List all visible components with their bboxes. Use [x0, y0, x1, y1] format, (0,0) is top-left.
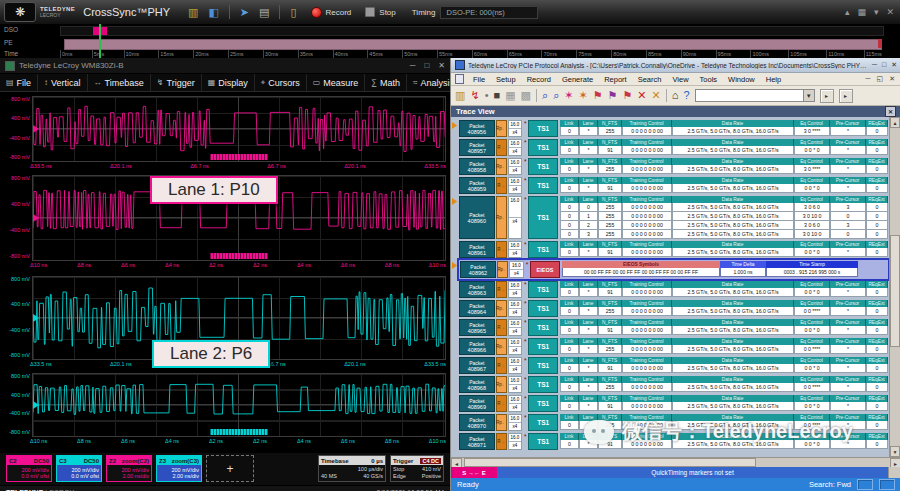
packet-id-cell[interactable]: Packet408970 [459, 414, 495, 431]
packet-id-cell[interactable]: Packet408964 [459, 300, 495, 317]
open-file-icon[interactable]: ▥ [455, 90, 465, 101]
packet-id-cell[interactable]: Packet408966 [459, 338, 495, 355]
find-icon[interactable]: ⌂ [672, 90, 679, 101]
menu-vertical[interactable]: ↕Vertical [38, 74, 88, 91]
print-icon[interactable]: ▤ [259, 7, 269, 18]
menu-trigger[interactable]: ↯Trigger [151, 74, 202, 91]
menu-record[interactable]: Record [522, 75, 556, 84]
stop-icon[interactable]: ■ [493, 90, 500, 101]
sync-cursor-line[interactable] [99, 24, 101, 58]
timebase-descriptor[interactable]: Timebase0 µs 100 µs/div 40 MS40 GS/s [318, 455, 386, 482]
bookmark-icon[interactable]: ✶ [564, 90, 573, 101]
mdi-window-controls[interactable]: ─◱✕ [866, 75, 897, 83]
zoom-in-icon[interactable]: ⌕ [542, 90, 548, 101]
menu-search[interactable]: Search [633, 75, 667, 84]
goto-icon[interactable]: ✶ [579, 90, 588, 101]
packet-type-cell[interactable]: TS1 [528, 395, 558, 412]
menu-setup[interactable]: Setup [491, 75, 521, 84]
packet-block[interactable]: Packet408959R→16.0x4*TS1LinkLaneN_FTSTra… [459, 177, 888, 194]
menu-math[interactable]: ∑Math [365, 74, 407, 91]
packet-id-cell[interactable]: Packet408965 [459, 319, 495, 336]
packet-type-cell[interactable]: TS1 [528, 241, 558, 258]
dso-track[interactable] [60, 26, 884, 36]
grid-view-icon[interactable]: ▦ [505, 90, 515, 101]
packet-block[interactable]: Packet408965R→16.0x4*TS1LinkLaneN_FTSTra… [459, 319, 888, 336]
filmstrip-icon[interactable]: ▯ [290, 7, 296, 18]
toolbar-button-1[interactable]: ▸ [820, 89, 834, 103]
open-icon[interactable]: ▥ [188, 7, 198, 18]
packet-block[interactable]: Packet408956Rp←16.0x4*TS1LinkLaneN_FTSTr… [459, 120, 888, 137]
packet-block[interactable]: Packet408969R→16.0x4*TS1LinkLaneN_FTSTra… [459, 395, 888, 412]
horizontal-scrollbar[interactable]: ◄ ► [451, 457, 900, 467]
packet-id-cell[interactable]: Packet408959 [459, 177, 495, 194]
packet-id-cell[interactable]: Packet408971 [459, 433, 495, 450]
menu-tools[interactable]: Tools [695, 75, 723, 84]
toolbar-button-2[interactable]: ▸ [839, 89, 853, 103]
packet-id-cell[interactable]: Packet408968 [459, 376, 495, 393]
packet-id-cell[interactable]: Packet408957 [459, 139, 495, 156]
packet-type-cell[interactable]: TS1 [528, 158, 558, 175]
zoom-out-icon[interactable]: ⌕ [553, 90, 559, 101]
channel-descriptor-c3[interactable]: C3DC50200 mV/div0.0 mV ofst [56, 455, 102, 482]
combobox-dropdown-icon[interactable]: ▼ [803, 90, 814, 101]
timing-value-field[interactable]: DSO-PE: 000(ns) [440, 6, 538, 19]
packet-type-cell[interactable]: TS1 [528, 319, 558, 336]
menu-help[interactable]: Help [761, 75, 786, 84]
packet-type-cell[interactable]: TS1 [528, 196, 558, 239]
packet-block[interactable]: Packet408966Rp←16.0x4*TS1LinkLaneN_FTSTr… [459, 338, 888, 355]
record-icon[interactable]: ↯ [470, 90, 479, 101]
lane2-annotation[interactable]: Lane 2: P6 [152, 340, 270, 368]
menu-file[interactable]: ▤File [0, 74, 38, 91]
vertical-scrollbar[interactable]: ▲ ▼ [889, 117, 900, 457]
packet-block[interactable]: Packet408963R→16.0x4*TS1LinkLaneN_FTSTra… [459, 281, 888, 298]
marker-c-icon[interactable]: ⚑ [622, 90, 632, 101]
packet-type-cell[interactable]: TS1 [528, 433, 558, 450]
menu-analysis[interactable]: ≈Analysis [407, 74, 450, 91]
menu-report[interactable]: Report [599, 75, 632, 84]
packet-type-cell[interactable]: TS1 [528, 177, 558, 194]
packet-type-cell[interactable]: TS1 [528, 357, 558, 374]
add-trace-button[interactable]: + [206, 455, 254, 482]
packet-id-cell[interactable]: Packet408960 [459, 196, 495, 239]
channel-descriptor-z3[interactable]: Z3zoom(C3)200 mV/div2.00 ns/div [156, 455, 202, 482]
scope-window-controls[interactable]: ─□✕ [410, 61, 445, 70]
export-icon[interactable]: ◧ [208, 7, 218, 18]
packet-block[interactable]: Packet408960Rp←16.0x4*TS1LinkLaneN_FTSTr… [459, 196, 888, 239]
channel-descriptor-c2[interactable]: C2DC50200 mV/div0.0 mV ofst [6, 455, 52, 482]
packet-type-cell[interactable]: TS1 [528, 376, 558, 393]
menu-window[interactable]: Window [723, 75, 760, 84]
scrollbar-thumb[interactable] [890, 235, 900, 347]
stop-button[interactable]: Stop [365, 7, 395, 17]
packet-type-cell[interactable]: TS1 [528, 300, 558, 317]
marker-a-icon[interactable]: ⚑ [593, 90, 603, 101]
pointer-icon[interactable]: ➤ [240, 7, 249, 18]
mdi-ctrl[interactable]: ✕ [889, 75, 895, 83]
menu-generate[interactable]: Generate [557, 75, 598, 84]
packet-id-cell[interactable]: Packet408967 [459, 357, 495, 374]
split-view-icon[interactable]: ▩ [521, 90, 531, 101]
packet-block[interactable]: Packet408957R→16.0x4*TS1LinkLaneN_FTSTra… [459, 139, 888, 156]
trace-view-header[interactable]: Trace View ✕ [451, 106, 900, 117]
marker-b-icon[interactable]: ⚑ [608, 90, 618, 101]
menu-display[interactable]: ▦Display [202, 74, 255, 91]
packet-block[interactable]: Packet408962Rp←16.0x4*EIEOSEIEOS Symbols… [459, 260, 888, 279]
packet-type-cell[interactable]: TS1 [528, 120, 558, 137]
packet-type-cell[interactable]: TS1 [528, 338, 558, 355]
scroll-down-icon[interactable]: ▼ [890, 446, 900, 457]
crosssync-window-icons[interactable]: ▴▦▾✕ [845, 7, 894, 17]
packet-type-cell[interactable]: TS1 [528, 281, 558, 298]
packet-block[interactable]: Packet408958Rp←16.0x4*TS1LinkLaneN_FTSTr… [459, 158, 888, 175]
menu-view[interactable]: View [667, 75, 693, 84]
menu-file[interactable]: File [468, 75, 490, 84]
menu-timebase[interactable]: ↔Timebase [88, 74, 151, 91]
packet-id-cell[interactable]: Packet408962 [460, 261, 496, 278]
hscrollbar-thumb[interactable] [464, 458, 756, 467]
menu-cursors[interactable]: ⌖Cursors [255, 74, 307, 91]
mdi-ctrl[interactable]: ◱ [877, 75, 884, 83]
packet-block[interactable]: Packet408968Rp←16.0x4*TS1LinkLaneN_FTSTr… [459, 376, 888, 393]
packet-id-cell[interactable]: Packet408956 [459, 120, 495, 137]
packet-type-cell[interactable]: EIEOS [530, 261, 560, 278]
lane1-annotation[interactable]: Lane 1: P10 [150, 176, 278, 204]
scroll-up-icon[interactable]: ▲ [890, 117, 900, 128]
analyzer-window-controls[interactable]: ─□✕ [872, 61, 897, 69]
